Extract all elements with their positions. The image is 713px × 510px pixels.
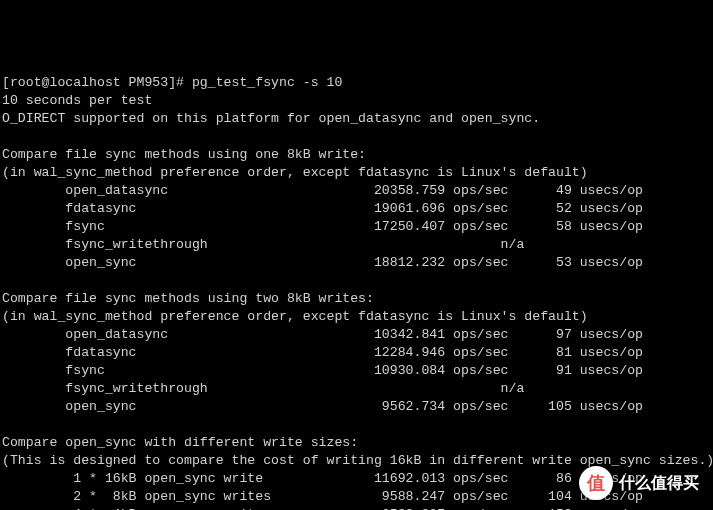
terminal-output: [root@localhost PM953]# pg_test_fsync -s…: [2, 74, 713, 510]
watermark: 值 什么值得买: [579, 466, 699, 500]
watermark-badge-icon: 值: [579, 466, 613, 500]
watermark-zhi: 值: [587, 474, 605, 492]
watermark-text: 什么值得买: [619, 474, 699, 492]
